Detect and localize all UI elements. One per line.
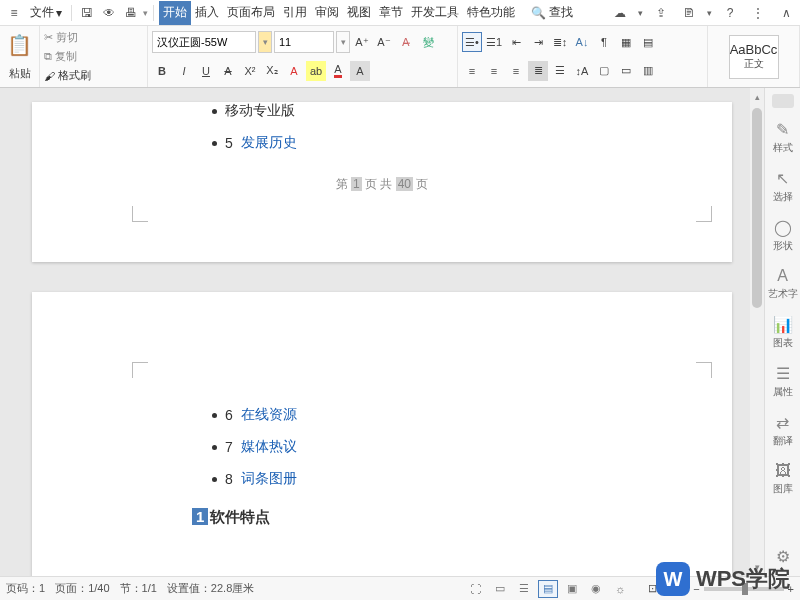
chevron-down-icon[interactable]: ▾ (143, 8, 148, 18)
page-border-button[interactable]: ▭ (616, 61, 636, 81)
underline-button[interactable]: U (196, 61, 216, 81)
zoom-out-button[interactable]: − (693, 583, 699, 595)
table-button[interactable]: ▤ (638, 32, 658, 52)
more-icon[interactable]: ⋮ (748, 3, 768, 23)
status-pages[interactable]: 页面：1/40 (55, 581, 109, 596)
export-icon[interactable]: 🖹 (679, 3, 699, 23)
superscript-button[interactable]: X² (240, 61, 260, 81)
chevron-down-icon[interactable]: ▾ (638, 8, 643, 18)
view-print-icon[interactable]: ▭ (490, 580, 510, 598)
view-read-icon[interactable]: ▣ (562, 580, 582, 598)
search-button[interactable]: 🔍 查找 (531, 4, 573, 21)
side-item-settings[interactable]: ⚙ (765, 543, 800, 570)
cloud-icon[interactable]: ☁ (610, 3, 630, 23)
clipboard-icon[interactable]: 📋 (7, 33, 32, 57)
text-effects-button[interactable]: A (284, 61, 304, 81)
panel-grip-icon[interactable] (772, 94, 794, 108)
copy-button[interactable]: ⧉复制 (44, 48, 143, 66)
help-icon[interactable]: ? (720, 3, 740, 23)
increase-indent-button[interactable]: ⇥ (528, 32, 548, 52)
zoom-fit-icon[interactable]: ⊡ (648, 582, 657, 595)
tab-chapter[interactable]: 章节 (375, 1, 407, 25)
status-setting[interactable]: 设置值：22.8厘米 (167, 581, 254, 596)
file-menu[interactable]: 文件 ▾ (26, 4, 66, 21)
print-preview-icon[interactable]: 👁 (99, 3, 119, 23)
font-name-select[interactable] (152, 31, 256, 53)
shrink-font-button[interactable]: A⁻ (374, 32, 394, 52)
status-page[interactable]: 页码：1 (6, 581, 45, 596)
char-shading-button[interactable]: A (350, 61, 370, 81)
zoom-thumb[interactable] (742, 583, 748, 595)
side-item-wordart[interactable]: A艺术字 (765, 263, 800, 305)
app-menu-icon[interactable]: ≡ (4, 3, 24, 23)
grow-font-button[interactable]: A⁺ (352, 32, 372, 52)
show-marks-button[interactable]: ¶ (594, 32, 614, 52)
list-item-link[interactable]: 媒体热议 (241, 438, 297, 456)
tab-page-layout[interactable]: 页面布局 (223, 1, 279, 25)
tab-insert[interactable]: 插入 (191, 1, 223, 25)
zoom-in-button[interactable]: + (788, 583, 794, 595)
tab-home[interactable]: 开始 (159, 1, 191, 25)
list-item-link[interactable]: 发展历史 (241, 134, 297, 152)
scroll-up-icon[interactable]: ▴ (750, 90, 764, 104)
shading-button[interactable]: ▢ (594, 61, 614, 81)
save-icon[interactable]: 🖫 (77, 3, 97, 23)
chevron-down-icon[interactable]: ▾ (336, 31, 350, 53)
distribute-button[interactable]: ☰ (550, 61, 570, 81)
list-item-link[interactable]: 在线资源 (241, 406, 297, 424)
chevron-down-icon[interactable]: ▾ (707, 8, 712, 18)
view-outline-icon[interactable]: ☰ (514, 580, 534, 598)
chevron-down-icon[interactable]: ▾ (258, 31, 272, 53)
side-item-shape[interactable]: ◯形状 (765, 214, 800, 257)
side-item-style[interactable]: ✎样式 (765, 116, 800, 159)
borders-button[interactable]: ▦ (616, 32, 636, 52)
columns-button[interactable]: ▥ (638, 61, 658, 81)
zoom-slider[interactable] (704, 587, 784, 591)
side-item-gallery[interactable]: 🖼图库 (765, 458, 800, 500)
bold-button[interactable]: B (152, 61, 172, 81)
font-color-button[interactable]: A (328, 61, 348, 81)
scroll-down-icon[interactable]: ▾ (750, 560, 764, 574)
tab-references[interactable]: 引用 (279, 1, 311, 25)
clear-format-button[interactable]: A̶ (396, 32, 416, 52)
tab-review[interactable]: 审阅 (311, 1, 343, 25)
side-item-select[interactable]: ↖选择 (765, 165, 800, 208)
view-web-icon[interactable]: ▤ (538, 580, 558, 598)
side-item-translate[interactable]: ⇄翻译 (765, 409, 800, 452)
numbering-button[interactable]: ☰1 (484, 32, 504, 52)
line-spacing-button[interactable]: ≣↕ (550, 32, 570, 52)
paste-label[interactable]: 粘贴 (9, 66, 31, 81)
italic-button[interactable]: I (174, 61, 194, 81)
text-direction-button[interactable]: ↕A (572, 61, 592, 81)
phonetic-guide-button[interactable]: 變 (418, 32, 438, 52)
side-item-chart[interactable]: 📊图表 (765, 311, 800, 354)
vertical-scrollbar[interactable]: ▴ ▾ (750, 88, 764, 576)
justify-button[interactable]: ≣ (528, 61, 548, 81)
tab-view[interactable]: 视图 (343, 1, 375, 25)
zoom-value[interactable]: 100% (661, 583, 689, 595)
align-center-button[interactable]: ≡ (484, 61, 504, 81)
list-item-link[interactable]: 词条图册 (241, 470, 297, 488)
scrollbar-thumb[interactable] (752, 108, 762, 308)
tab-dev-tools[interactable]: 开发工具 (407, 1, 463, 25)
highlight-button[interactable]: ab (306, 61, 326, 81)
cut-button[interactable]: ✂剪切 (44, 29, 143, 47)
subscript-button[interactable]: X₂ (262, 61, 282, 81)
tab-special[interactable]: 特色功能 (463, 1, 519, 25)
share-icon[interactable]: ⇪ (651, 3, 671, 23)
strike-button[interactable]: A (218, 61, 238, 81)
collapse-ribbon-icon[interactable]: ∧ (776, 3, 796, 23)
document-area[interactable]: 移动专业版 5 发展历史 第 1 页 共 40 页 6 在线资源 (0, 88, 764, 576)
side-item-props[interactable]: ☰属性 (765, 360, 800, 403)
style-normal[interactable]: AaBbCc 正文 (729, 35, 779, 79)
decrease-indent-button[interactable]: ⇤ (506, 32, 526, 52)
font-size-select[interactable] (274, 31, 334, 53)
view-focus-icon[interactable]: ◉ (586, 580, 606, 598)
fullscreen-icon[interactable]: ⛶ (466, 580, 486, 598)
align-left-button[interactable]: ≡ (462, 61, 482, 81)
align-right-button[interactable]: ≡ (506, 61, 526, 81)
sort-button[interactable]: A↓ (572, 32, 592, 52)
print-icon[interactable]: 🖶 (121, 3, 141, 23)
status-section[interactable]: 节：1/1 (120, 581, 157, 596)
bullets-button[interactable]: ☰• (462, 32, 482, 52)
